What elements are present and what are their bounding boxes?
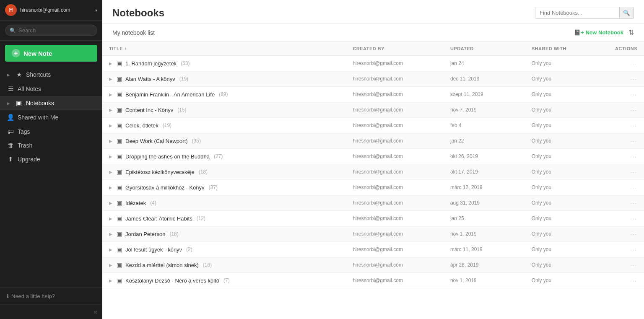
sidebar-item-all-notes[interactable]: ☰ All Notes [0,82,102,96]
sort-button[interactable]: ⇅ [628,29,634,36]
notebook-shared-with: Only you [525,226,601,242]
notebook-count: (2) [186,246,192,252]
table-row[interactable]: ▶ ▣ Célok, ötletek (19) hiresnorbi@gmail… [102,118,644,133]
notebook-actions-button[interactable]: ··· [601,195,644,211]
find-notebooks-button[interactable]: 🔍 [619,7,634,18]
notebook-icon: ▣ [117,231,122,237]
table-row[interactable]: ▶ ▣ James Clear: Atomic Habits (12) hire… [102,211,644,226]
notebook-actions-button[interactable]: ··· [601,71,644,87]
notebook-actions-button[interactable]: ··· [601,56,644,71]
notebook-actions-button[interactable]: ··· [601,118,644,133]
notebook-actions-button[interactable]: ··· [601,180,644,195]
collapse-sidebar-button[interactable]: « [0,304,102,319]
help-footer[interactable]: ℹ Need a little help? [0,288,102,304]
main-header: Notebooks 🔍 [102,0,644,23]
notebook-actions-button[interactable]: ··· [601,226,644,242]
table-row[interactable]: ▶ ▣ Deep Work (Cal Newport) (35) hiresno… [102,133,644,149]
notebook-created-by: hiresnorbi@gmail.com [346,180,444,195]
notebook-actions-button[interactable]: ··· [601,87,644,102]
notebook-name: Célok, ötletek [125,122,158,129]
notebook-updated: ápr 28, 2019 [444,257,525,273]
notebook-actions-button[interactable]: ··· [601,273,644,288]
table-row[interactable]: ▶ ▣ 1. Random jegyzetek (53) hiresnorbi@… [102,56,644,71]
chevron-right-icon: ▶ [7,73,10,77]
notebook-icon: ▣ [117,184,122,191]
notebook-name: Benjamin Franklin - An American Life [125,91,215,98]
notebook-icon: ▣ [117,200,122,206]
upgrade-icon: ⬆ [7,156,14,163]
find-notebooks-input[interactable] [535,7,619,18]
table-row[interactable]: ▶ ▣ Content Inc - Könyv (15) hiresnorbi@… [102,102,644,118]
search-container: 🔍 [0,21,102,41]
notebook-shared-with: Only you [525,242,601,257]
table-row[interactable]: ▶ ▣ Jól fésült ügyek - könyv (2) hiresno… [102,242,644,257]
notebook-created-by: hiresnorbi@gmail.com [346,56,444,71]
table-row[interactable]: ▶ ▣ Kezdd a miérttel (simon sinek) (16) … [102,257,644,273]
search-input[interactable] [18,27,93,34]
notebook-created-by: hiresnorbi@gmail.com [346,71,444,87]
notebook-list-title: My notebook list [112,29,155,36]
notebook-actions-button[interactable]: ··· [601,149,644,164]
notebook-updated: márc 11, 2019 [444,242,525,257]
notebook-icon: ▣ [117,91,122,98]
notebook-created-by: hiresnorbi@gmail.com [346,195,444,211]
col-header-created[interactable]: CREATED BY [346,42,444,56]
notebook-name: Kosztolányi Dezső - Néró a véres költő [125,278,219,284]
notebook-icon: ▣ [117,106,122,113]
notebook-actions-button[interactable]: ··· [601,164,644,180]
notebook-icon: ▣ [117,60,122,67]
search-box[interactable]: 🔍 [5,25,97,36]
col-header-shared[interactable]: SHARED WITH [525,42,601,56]
table-row[interactable]: ▶ ▣ Idézetek (4) hiresnorbi@gmail.com au… [102,195,644,211]
col-header-title[interactable]: TITLE ↑ [102,42,346,56]
notebook-list-actions: 📓+ New Notebook ⇅ [574,29,634,36]
notebook-actions-button[interactable]: ··· [601,133,644,149]
notebook-shared-with: Only you [525,164,601,180]
notebook-count: (69) [219,91,228,97]
notebook-shared-with: Only you [525,257,601,273]
sidebar: H hiresnorbi@gmail.com ▾ 🔍 + New Note ▶ … [0,0,102,319]
table-row[interactable]: ▶ ▣ Benjamin Franklin - An American Life… [102,87,644,102]
table-row[interactable]: ▶ ▣ Jordan Peterson (18) hiresnorbi@gmai… [102,226,644,242]
table-row[interactable]: ▶ ▣ Alan Watts - A könyv (19) hiresnorbi… [102,71,644,87]
table-row[interactable]: ▶ ▣ Gyorsítósáv a milliókhoz - Könyv (37… [102,180,644,195]
notebook-actions-button[interactable]: ··· [601,242,644,257]
sidebar-item-trash[interactable]: 🗑 Trash [0,138,102,152]
table-row[interactable]: ▶ ▣ Dropping the ashes on the Buddha (27… [102,149,644,164]
sidebar-item-tags[interactable]: 🏷 Tags [0,124,102,138]
expand-arrow-icon: ▶ [109,61,113,66]
notebooks-table: TITLE ↑ CREATED BY UPDATED SHARED WITH A… [102,42,644,288]
new-note-label: New Note [23,50,52,57]
notebook-created-by: hiresnorbi@gmail.com [346,226,444,242]
notebook-count: (7) [223,278,230,283]
sidebar-item-label: Shortcuts [26,71,51,78]
shared-icon: 👤 [7,114,14,121]
help-label: Need a little help? [11,293,55,299]
new-notebook-button[interactable]: 📓+ New Notebook [574,29,623,36]
table-row[interactable]: ▶ ▣ Epiktétosz kézikönyvecskéje (18) hir… [102,164,644,180]
col-header-updated[interactable]: UPDATED [444,42,525,56]
notebook-actions-button[interactable]: ··· [601,257,644,273]
notebook-updated: szept 11, 2019 [444,87,525,102]
sidebar-item-label: Trash [18,142,32,149]
notebook-shared-with: Only you [525,273,601,288]
sidebar-item-shared-with-me[interactable]: 👤 Shared with Me [0,110,102,124]
expand-arrow-icon: ▶ [109,77,113,81]
notebook-updated: dec 11, 2019 [444,71,525,87]
notebook-plus-icon: 📓+ [574,29,584,36]
table-row[interactable]: ▶ ▣ Kosztolányi Dezső - Néró a véres köl… [102,273,644,288]
col-header-actions: ACTIONS [601,42,644,56]
sidebar-item-upgrade[interactable]: ⬆ Upgrade [0,152,102,166]
notebook-count: (15) [177,107,186,113]
notebook-updated: jan 25 [444,211,525,226]
sidebar-item-notebooks[interactable]: ▶ ▣ Notebooks [0,96,102,110]
expand-arrow-icon: ▶ [109,278,113,283]
notebook-actions-button[interactable]: ··· [601,211,644,226]
shortcuts-icon: ★ [15,71,23,78]
new-note-button[interactable]: + New Note [5,45,97,62]
notebook-actions-button[interactable]: ··· [601,102,644,118]
notebook-updated: márc 12, 2019 [444,180,525,195]
notebook-updated: nov 1, 2019 [444,273,525,288]
sidebar-item-shortcuts[interactable]: ▶ ★ Shortcuts [0,67,102,82]
sidebar-header[interactable]: H hiresnorbi@gmail.com ▾ [0,0,102,21]
